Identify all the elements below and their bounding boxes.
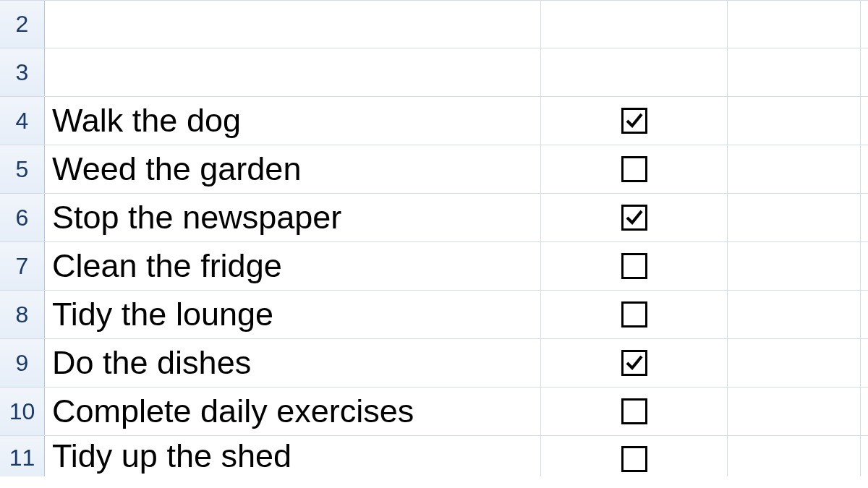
row-header[interactable]: 7: [0, 242, 45, 290]
table-row: 9 Do the dishes: [0, 339, 868, 388]
row-header[interactable]: 2: [0, 1, 45, 48]
row-header[interactable]: 4: [0, 97, 45, 145]
row-header[interactable]: 5: [0, 145, 45, 193]
table-row: 3: [0, 48, 868, 97]
cell-empty[interactable]: [861, 436, 868, 476]
cell-empty[interactable]: [728, 242, 861, 290]
cell-text[interactable]: Walk the dog: [45, 97, 541, 145]
cell-empty[interactable]: [728, 291, 861, 338]
spreadsheet-grid: 2 3 4 Walk the dog 5 Weed the garden: [0, 0, 868, 476]
cell-text[interactable]: Tidy the lounge: [45, 291, 541, 338]
cell-empty[interactable]: [861, 48, 868, 96]
table-row: 4 Walk the dog: [0, 97, 868, 145]
checkbox-unchecked-icon[interactable]: [621, 253, 647, 279]
cell-checkbox[interactable]: [541, 97, 728, 145]
cell-empty[interactable]: [861, 97, 868, 145]
cell-text[interactable]: Tidy up the shed: [45, 436, 541, 476]
table-row: 6 Stop the newspaper: [0, 194, 868, 242]
cell-empty[interactable]: [728, 97, 861, 145]
table-row: 10 Complete daily exercises: [0, 388, 868, 436]
cell-empty[interactable]: [728, 1, 861, 48]
cell-empty[interactable]: [861, 388, 868, 435]
cell-checkbox[interactable]: [541, 48, 728, 96]
cell-text[interactable]: Weed the garden: [45, 145, 541, 193]
row-header[interactable]: 9: [0, 339, 45, 387]
table-row: 11 Tidy up the shed: [0, 436, 868, 476]
cell-empty[interactable]: [728, 388, 861, 435]
cell-empty[interactable]: [728, 339, 861, 387]
row-header[interactable]: 10: [0, 388, 45, 435]
cell-empty[interactable]: [861, 145, 868, 193]
cell-text[interactable]: Clean the fridge: [45, 242, 541, 290]
cell-checkbox[interactable]: [541, 194, 728, 241]
cell-text[interactable]: [45, 48, 541, 96]
table-row: 2: [0, 0, 868, 48]
cell-checkbox[interactable]: [541, 388, 728, 435]
cell-checkbox[interactable]: [541, 145, 728, 193]
cell-checkbox[interactable]: [541, 242, 728, 290]
checkbox-unchecked-icon[interactable]: [621, 398, 647, 424]
checkbox-checked-icon[interactable]: [621, 205, 647, 231]
cell-empty[interactable]: [861, 242, 868, 290]
cell-checkbox[interactable]: [541, 436, 728, 476]
cell-text[interactable]: Complete daily exercises: [45, 388, 541, 435]
cell-empty[interactable]: [861, 194, 868, 241]
cell-text[interactable]: Do the dishes: [45, 339, 541, 387]
row-header[interactable]: 6: [0, 194, 45, 241]
row-header[interactable]: 8: [0, 291, 45, 338]
checkbox-unchecked-icon[interactable]: [621, 301, 647, 328]
cell-checkbox[interactable]: [541, 1, 728, 48]
row-header[interactable]: 3: [0, 48, 45, 96]
table-row: 7 Clean the fridge: [0, 242, 868, 291]
table-row: 8 Tidy the lounge: [0, 291, 868, 339]
cell-checkbox[interactable]: [541, 291, 728, 338]
cell-empty[interactable]: [861, 1, 868, 48]
cell-empty[interactable]: [861, 291, 868, 338]
row-header[interactable]: 11: [0, 436, 45, 476]
cell-checkbox[interactable]: [541, 339, 728, 387]
cell-empty[interactable]: [728, 48, 861, 96]
checkbox-unchecked-icon[interactable]: [621, 156, 647, 182]
cell-empty[interactable]: [728, 145, 861, 193]
cell-text[interactable]: Stop the newspaper: [45, 194, 541, 241]
cell-text[interactable]: [45, 1, 541, 48]
checkbox-checked-icon[interactable]: [621, 350, 647, 376]
checkbox-unchecked-icon[interactable]: [621, 446, 647, 472]
cell-empty[interactable]: [728, 194, 861, 241]
cell-empty[interactable]: [861, 339, 868, 387]
cell-empty[interactable]: [728, 436, 861, 476]
table-row: 5 Weed the garden: [0, 145, 868, 194]
checkbox-checked-icon[interactable]: [621, 108, 647, 134]
